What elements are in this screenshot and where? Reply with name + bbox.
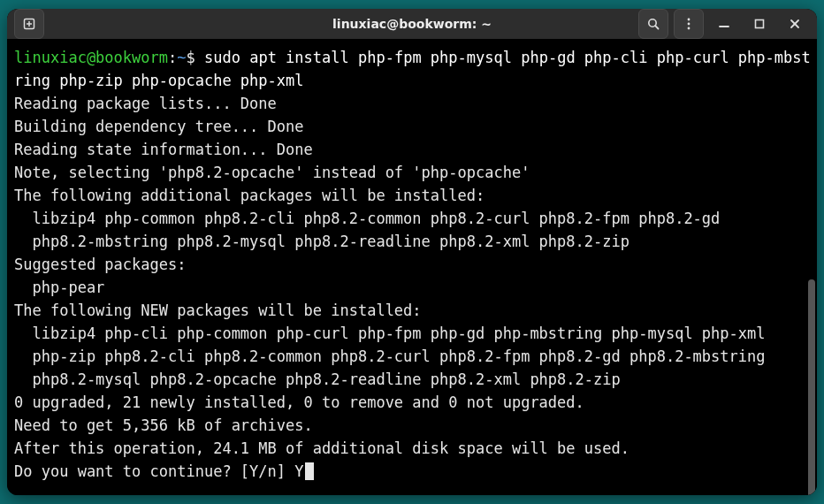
output-line: After this operation, 24.1 MB of additio…: [14, 439, 629, 457]
prompt-colon: :: [168, 49, 177, 66]
output-line: The following NEW packages will be insta…: [14, 302, 422, 319]
output-line: php8.2-mbstring php8.2-mysql php8.2-read…: [14, 233, 629, 250]
search-icon: [646, 17, 660, 31]
search-button[interactable]: [638, 9, 668, 39]
kebab-menu-icon: [682, 17, 696, 31]
terminal-window: linuxiac@bookworm: ~: [7, 9, 817, 495]
svg-rect-9: [756, 20, 764, 28]
titlebar: linuxiac@bookworm: ~: [7, 9, 817, 39]
output-line: php-pear: [14, 279, 104, 296]
cursor: [305, 462, 314, 480]
prompt-confirm: Do you want to continue? [Y/n]: [14, 462, 294, 480]
new-tab-button[interactable]: [14, 9, 44, 39]
menu-button[interactable]: [674, 9, 704, 39]
output-line: Reading package lists... Done: [14, 95, 277, 112]
prompt-path: ~: [177, 49, 186, 66]
prompt-symbol: $: [187, 49, 195, 66]
output-line: libzip4 php-cli php-common php-curl php-…: [14, 325, 766, 342]
maximize-icon: [752, 17, 767, 31]
prompt-userhost: linuxiac@bookworm: [14, 49, 168, 66]
output-line: Need to get 5,356 kB of archives.: [14, 416, 313, 434]
output-line: php-zip php8.2-cli php8.2-common php8.2-…: [14, 347, 766, 365]
output-line: php8.2-mysql php8.2-opcache php8.2-readl…: [14, 370, 621, 388]
svg-line-4: [655, 26, 658, 28]
minimize-icon: [717, 17, 731, 31]
user-answer: Y: [294, 462, 303, 480]
minimize-button[interactable]: [709, 9, 739, 39]
output-line: libzip4 php-common php8.2-cli php8.2-com…: [14, 210, 720, 227]
titlebar-left: [14, 9, 44, 39]
close-button[interactable]: [780, 9, 810, 39]
terminal-content[interactable]: linuxiac@bookworm:~$ sudo apt install ph…: [7, 39, 817, 495]
output-line: Reading state information... Done: [14, 141, 313, 158]
close-icon: [788, 17, 802, 31]
new-tab-icon: [22, 17, 36, 31]
output-line: Note, selecting 'php8.2-opcache' instead…: [14, 164, 530, 181]
output-line: Suggested packages:: [14, 256, 186, 273]
scrollbar-track[interactable]: [808, 83, 815, 495]
output-line: The following additional packages will b…: [14, 187, 484, 204]
output-line: Building dependency tree... Done: [14, 118, 304, 135]
titlebar-right: [638, 9, 810, 39]
scrollbar-thumb[interactable]: [808, 279, 815, 495]
svg-point-5: [688, 19, 690, 21]
maximize-button[interactable]: [744, 9, 774, 39]
svg-point-7: [688, 27, 690, 30]
svg-point-6: [688, 23, 690, 26]
output-line: 0 upgraded, 21 newly installed, 0 to rem…: [14, 393, 584, 411]
